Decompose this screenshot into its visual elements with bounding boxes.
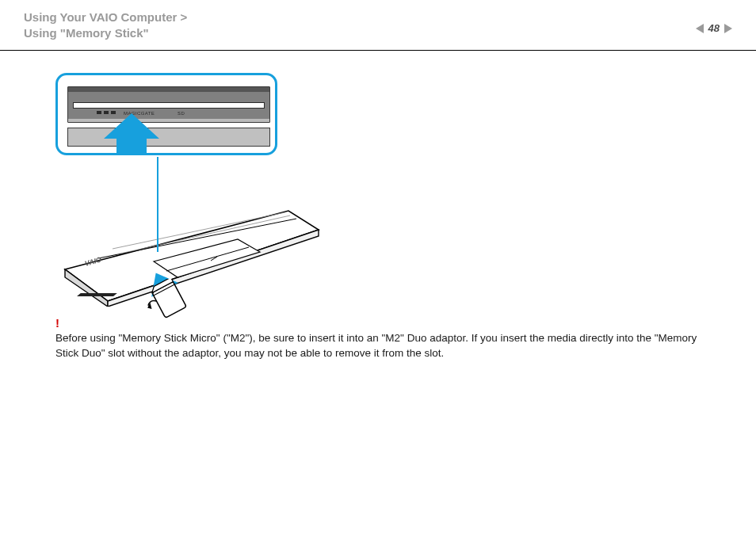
computer-bottom-edge: [67, 128, 270, 147]
warning-text: Before using "Memory Stick Micro" ("M2")…: [55, 332, 697, 360]
page-number: 48: [708, 22, 720, 34]
sd-label: SD: [178, 111, 185, 116]
slot-status-icons: [97, 111, 116, 114]
page-content: MAGICGATE SD: [0, 51, 756, 377]
svg-rect-10: [77, 293, 117, 296]
diagram: MAGICGATE SD: [55, 73, 301, 303]
prev-page-icon[interactable]: [696, 24, 704, 33]
breadcrumb-line-2: Using "Memory Stick": [24, 25, 732, 41]
warning-mark-icon: !: [55, 317, 721, 329]
laptop-illustration: VAIO: [51, 160, 320, 307]
magicgate-label: MAGICGATE: [124, 111, 155, 116]
slot-zoom-callout: MAGICGATE SD: [55, 73, 277, 155]
warning-paragraph: ! Before using "Memory Stick Micro" ("M2…: [55, 317, 721, 361]
memory-stick-icon: [146, 279, 193, 318]
page-header: Using Your VAIO Computer > Using "Memory…: [0, 0, 756, 51]
breadcrumb-line-1: Using Your VAIO Computer >: [24, 10, 732, 25]
computer-front-panel: MAGICGATE SD: [67, 86, 270, 123]
svg-marker-14: [146, 303, 153, 311]
manual-page: Using Your VAIO Computer > Using "Memory…: [0, 0, 756, 534]
memory-stick-slot: [73, 102, 265, 109]
next-page-icon[interactable]: [724, 24, 732, 33]
page-nav: 48: [696, 22, 732, 34]
callout-connector-line: [157, 157, 158, 252]
